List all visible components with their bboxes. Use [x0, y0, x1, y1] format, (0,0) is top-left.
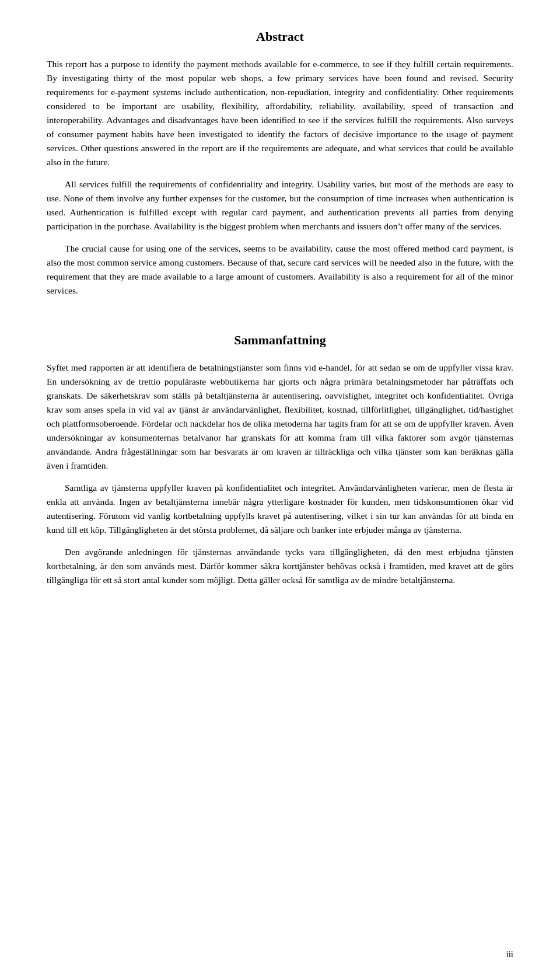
abstract-paragraph-2: All services fulfill the requirements of…	[47, 177, 513, 233]
abstract-paragraph-1: This report has a purpose to identify th…	[47, 57, 513, 169]
sammanfattning-paragraph-1: Syftet med rapporten är att identifiera …	[47, 361, 513, 473]
page: Abstract This report has a purpose to id…	[0, 0, 560, 977]
abstract-paragraph-3: The crucial cause for using one of the s…	[47, 242, 513, 298]
sammanfattning-section: Sammanfattning Syftet med rapporten är a…	[47, 333, 513, 587]
page-number: iii	[506, 950, 513, 959]
sammanfattning-paragraph-3: Den avgörande anledningen för tjänsterna…	[47, 545, 513, 587]
sammanfattning-paragraph-2: Samtliga av tjänsterna uppfyller kraven …	[47, 481, 513, 537]
abstract-title: Abstract	[47, 29, 513, 44]
sammanfattning-title: Sammanfattning	[47, 333, 513, 348]
abstract-section: Abstract This report has a purpose to id…	[47, 29, 513, 298]
